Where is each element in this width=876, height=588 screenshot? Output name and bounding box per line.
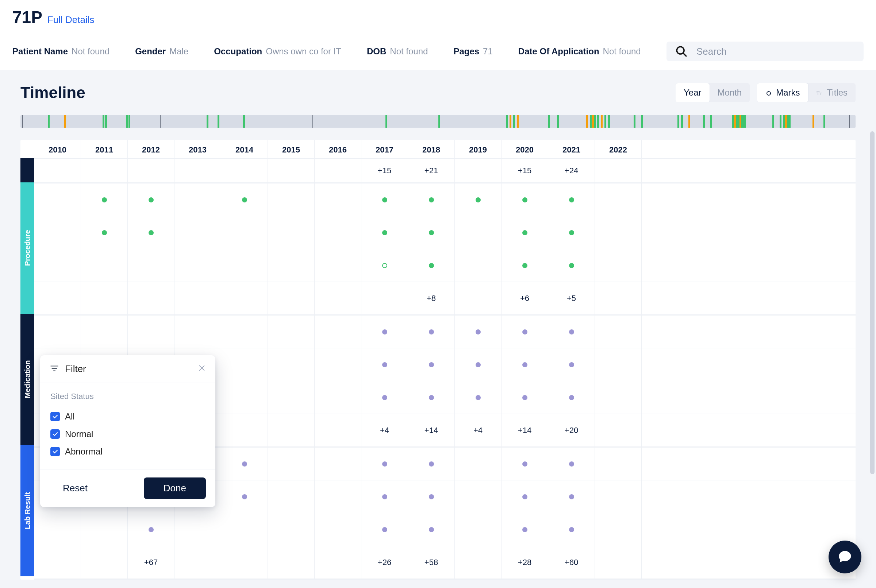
timeline-cell[interactable] — [595, 546, 642, 579]
timeline-cell[interactable] — [34, 183, 81, 216]
timeline-cell[interactable] — [408, 448, 455, 480]
vertical-scrollbar[interactable] — [870, 131, 874, 474]
timeline-cell[interactable] — [221, 480, 268, 513]
timeline-cell[interactable] — [361, 315, 408, 348]
timeline-cell[interactable] — [174, 513, 221, 546]
timeline-cell[interactable] — [455, 159, 502, 182]
search-input[interactable] — [696, 46, 855, 57]
event-dot[interactable] — [569, 494, 574, 500]
chat-fab-button[interactable] — [829, 541, 861, 573]
overflow-count[interactable]: +4 — [380, 426, 389, 435]
mode-marks-button[interactable]: Marks — [757, 83, 808, 102]
timeline-cell[interactable]: +58 — [408, 546, 455, 579]
timeline-cell[interactable] — [315, 546, 361, 579]
checkbox[interactable] — [50, 447, 60, 456]
event-dot[interactable] — [102, 197, 107, 202]
timeline-cell[interactable] — [361, 381, 408, 414]
filter-option[interactable]: Abnormal — [50, 443, 205, 460]
timeline-cell[interactable] — [361, 249, 408, 282]
event-dot[interactable] — [522, 494, 527, 500]
filter-option[interactable]: All — [50, 408, 205, 425]
timeline-cell[interactable] — [595, 348, 642, 381]
timeline-cell[interactable] — [315, 183, 361, 216]
timeline-cell[interactable] — [455, 216, 502, 249]
timeline-cell[interactable] — [174, 183, 221, 216]
timeline-cell[interactable] — [221, 216, 268, 249]
timeline-cell[interactable] — [174, 282, 221, 314]
timeline-cell[interactable] — [81, 249, 128, 282]
event-dot[interactable] — [382, 362, 387, 368]
category-procedure-label[interactable]: Procedure — [20, 182, 34, 314]
event-dot[interactable] — [476, 395, 481, 400]
timeline-cell[interactable] — [502, 448, 548, 480]
timeline-cell[interactable] — [361, 183, 408, 216]
timeline-cell[interactable] — [502, 513, 548, 546]
timeline-cell[interactable] — [34, 216, 81, 249]
timeline-cell[interactable] — [361, 216, 408, 249]
timeline-cell[interactable] — [174, 315, 221, 348]
timeline-cell[interactable]: +4 — [455, 414, 502, 447]
timeline-cell[interactable] — [315, 249, 361, 282]
scale-month-button[interactable]: Month — [709, 83, 750, 102]
timeline-cell[interactable] — [34, 159, 81, 182]
timeline-cell[interactable] — [315, 480, 361, 513]
timeline-cell[interactable] — [455, 513, 502, 546]
timeline-cell[interactable] — [595, 381, 642, 414]
timeline-cell[interactable] — [34, 546, 81, 579]
event-dot[interactable] — [429, 395, 434, 400]
timeline-cell[interactable] — [361, 282, 408, 314]
timeline-cell[interactable] — [174, 249, 221, 282]
timeline-cell[interactable] — [548, 480, 595, 513]
timeline-cell[interactable] — [548, 183, 595, 216]
timeline-cell[interactable] — [361, 348, 408, 381]
timeline-cell[interactable] — [268, 480, 315, 513]
timeline-cell[interactable] — [548, 216, 595, 249]
timeline-cell[interactable]: +14 — [408, 414, 455, 447]
category-medication-label[interactable]: Medication — [20, 314, 34, 445]
mode-titles-button[interactable]: TT Titles — [808, 83, 856, 102]
overflow-count[interactable]: +15 — [518, 166, 532, 176]
event-dot[interactable] — [382, 527, 387, 532]
timeline-cell[interactable] — [268, 348, 315, 381]
timeline-cell[interactable] — [128, 216, 174, 249]
timeline-cell[interactable] — [455, 546, 502, 579]
overflow-count[interactable]: +60 — [565, 558, 578, 567]
timeline-cell[interactable] — [361, 513, 408, 546]
overflow-count[interactable]: +14 — [518, 426, 532, 435]
event-dot[interactable] — [569, 395, 574, 400]
timeline-cell[interactable] — [548, 315, 595, 348]
timeline-cell[interactable] — [128, 513, 174, 546]
timeline-cell[interactable] — [595, 216, 642, 249]
event-dot[interactable] — [382, 461, 387, 466]
timeline-cell[interactable] — [408, 315, 455, 348]
timeline-cell[interactable] — [595, 282, 642, 314]
timeline-cell[interactable] — [174, 216, 221, 249]
scale-year-button[interactable]: Year — [676, 83, 709, 102]
filter-option[interactable]: Normal — [50, 425, 205, 443]
event-dot[interactable] — [569, 461, 574, 466]
timeline-cell[interactable]: +4 — [361, 414, 408, 447]
timeline-cell[interactable] — [268, 513, 315, 546]
timeline-cell[interactable] — [502, 216, 548, 249]
timeline-cell[interactable] — [502, 315, 548, 348]
timeline-cell[interactable]: +5 — [548, 282, 595, 314]
timeline-cell[interactable] — [34, 282, 81, 314]
overflow-count[interactable]: +21 — [425, 166, 438, 176]
timeline-cell[interactable] — [268, 159, 315, 182]
timeline-cell[interactable]: +15 — [361, 159, 408, 182]
timeline-cell[interactable] — [128, 159, 174, 182]
timeline-cell[interactable] — [268, 249, 315, 282]
timeline-cell[interactable] — [221, 315, 268, 348]
event-dot[interactable] — [242, 197, 247, 202]
overflow-count[interactable]: +8 — [427, 294, 436, 303]
timeline-cell[interactable] — [34, 513, 81, 546]
timeline-cell[interactable] — [221, 513, 268, 546]
timeline-cell[interactable] — [315, 282, 361, 314]
timeline-cell[interactable] — [221, 159, 268, 182]
timeline-cell[interactable] — [595, 183, 642, 216]
event-dot[interactable] — [382, 494, 387, 500]
event-dot[interactable] — [522, 395, 527, 400]
timeline-cell[interactable] — [315, 216, 361, 249]
event-dot[interactable] — [382, 329, 387, 334]
timeline-cell[interactable] — [315, 513, 361, 546]
